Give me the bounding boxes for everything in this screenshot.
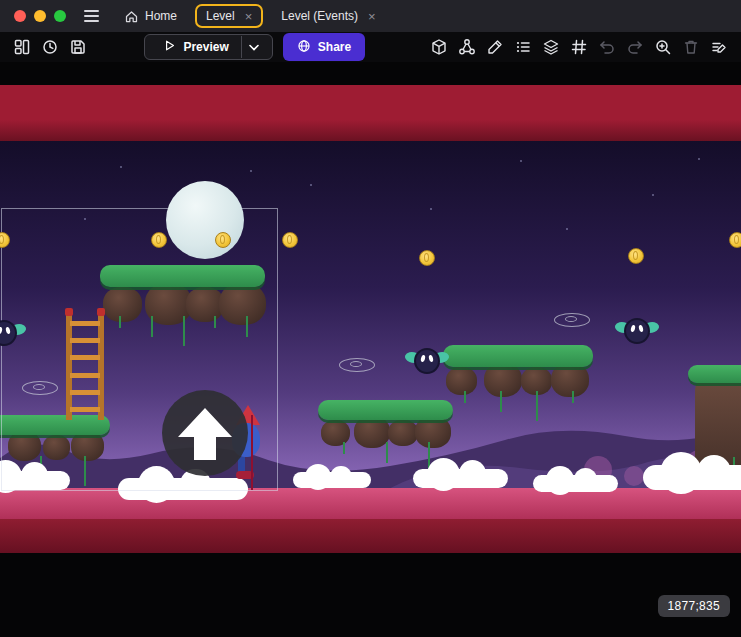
close-icon[interactable]: × <box>245 10 253 23</box>
chevron-down-icon[interactable] <box>242 44 266 51</box>
cloud <box>533 466 618 492</box>
game-scene <box>0 62 741 637</box>
coin-inner <box>424 253 429 262</box>
star <box>250 170 252 172</box>
menu-icon[interactable] <box>80 4 104 28</box>
island-grass <box>443 345 593 367</box>
trash-icon[interactable] <box>679 35 703 59</box>
preview-label: Preview <box>183 40 228 54</box>
save-icon[interactable] <box>66 35 90 59</box>
share-button[interactable]: Share <box>283 33 365 61</box>
cloud-puff <box>330 466 352 488</box>
instance-list-icon[interactable] <box>511 35 535 59</box>
undo-icon[interactable] <box>595 35 619 59</box>
close-icon[interactable]: × <box>368 10 376 23</box>
home-icon <box>124 9 139 24</box>
toolbar-right-group <box>427 35 731 59</box>
moon <box>166 181 244 259</box>
tab-label: Level <box>206 9 235 23</box>
cloud <box>293 464 371 488</box>
island-grass <box>688 365 741 383</box>
play-icon <box>163 39 176 55</box>
ufo-dome <box>565 316 577 322</box>
coin-inner <box>156 235 161 244</box>
grid-icon[interactable] <box>567 35 591 59</box>
ufo-marker <box>339 358 375 372</box>
star <box>430 208 432 210</box>
object-groups-icon[interactable] <box>455 35 479 59</box>
scene-canvas[interactable]: 1877;835 <box>0 62 741 637</box>
vine <box>464 391 466 403</box>
titlebar: Home Level × Level (Events) × <box>0 0 741 32</box>
vine <box>500 391 502 412</box>
cloud-puff <box>697 455 731 489</box>
coin <box>215 232 231 248</box>
floating-island <box>443 345 593 431</box>
coin <box>729 232 741 248</box>
coin <box>628 248 644 264</box>
up-arrow-icon <box>162 390 248 476</box>
panels-icon[interactable] <box>10 35 34 59</box>
traffic-lights <box>14 10 66 22</box>
fly-enemy <box>0 316 26 350</box>
toolbar-left-group <box>10 35 90 59</box>
tab-label: Level (Events) <box>281 9 358 23</box>
star <box>310 184 312 186</box>
tab-level[interactable]: Level × <box>195 4 263 28</box>
cloud-puff <box>546 466 575 495</box>
island-rock <box>388 420 417 446</box>
toolbar: Preview Share <box>0 32 741 62</box>
coin-inner <box>287 235 292 244</box>
history-icon[interactable] <box>38 35 62 59</box>
star <box>652 194 654 196</box>
star <box>120 166 122 168</box>
vine <box>386 442 388 463</box>
layers-icon[interactable] <box>539 35 563 59</box>
coin-inner <box>633 251 638 260</box>
island-rock <box>551 363 589 397</box>
app-window: Home Level × Level (Events) × <box>0 0 741 637</box>
coin <box>419 250 435 266</box>
ground-strip-pink <box>0 488 741 519</box>
fly-enemy <box>405 344 449 378</box>
ufo-dome <box>350 361 362 367</box>
cloud <box>413 458 508 488</box>
tab-bar: Home Level × Level (Events) × <box>120 4 380 28</box>
edit-scene-icon[interactable] <box>707 35 731 59</box>
island-rock <box>484 363 522 397</box>
island-rock <box>446 367 477 395</box>
cube-3d-icon[interactable] <box>427 35 451 59</box>
cloud <box>643 452 741 490</box>
fly-enemy <box>615 314 659 348</box>
coin-inner <box>220 235 225 244</box>
vine <box>343 442 345 454</box>
coin-inner <box>734 235 739 244</box>
vine <box>572 391 574 403</box>
paint-icon[interactable] <box>483 35 507 59</box>
island-grass <box>318 400 453 420</box>
share-label: Share <box>318 40 351 54</box>
tab-label: Home <box>145 9 177 23</box>
coin-inner <box>0 235 4 244</box>
tab-level-events[interactable]: Level (Events) × <box>277 6 379 26</box>
ground-strip-red <box>0 519 741 553</box>
redo-icon[interactable] <box>623 35 647 59</box>
island-rock <box>321 420 350 446</box>
coin <box>282 232 298 248</box>
ufo-marker <box>554 313 590 327</box>
tab-home[interactable]: Home <box>120 6 181 27</box>
globe-icon <box>297 39 311 56</box>
star <box>566 228 568 230</box>
coin <box>151 232 167 248</box>
zoom-in-icon[interactable] <box>651 35 675 59</box>
maximize-window-button[interactable] <box>54 10 66 22</box>
vine <box>536 391 538 421</box>
star <box>520 160 522 162</box>
minimize-window-button[interactable] <box>34 10 46 22</box>
cursor-coordinates: 1877;835 <box>658 595 730 617</box>
up-arrow-control[interactable] <box>162 390 248 476</box>
preview-button[interactable]: Preview <box>144 34 272 60</box>
top-red-banner <box>0 85 741 141</box>
cloud-puff <box>459 460 486 487</box>
close-window-button[interactable] <box>14 10 26 22</box>
